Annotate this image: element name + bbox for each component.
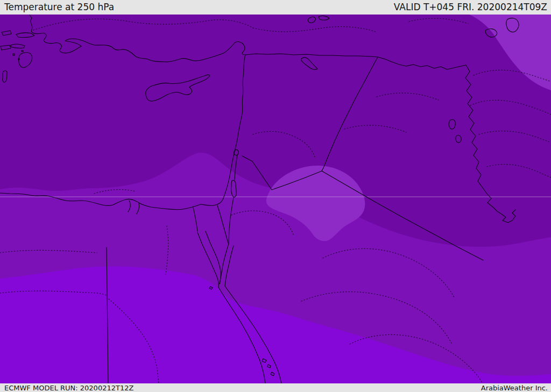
footer-bar: ECMWF MODEL RUN: 20200212T12Z ArabiaWeat… xyxy=(0,383,551,392)
map-container xyxy=(0,15,551,383)
header-bar: Temperature at 250 hPa VALID T+045 FRI. … xyxy=(0,0,551,15)
credit-label: ArabiaWeather Inc. xyxy=(481,384,548,391)
weather-map xyxy=(0,15,551,383)
valid-time-label: VALID T+045 FRI. 20200214T09Z xyxy=(394,3,547,12)
model-run-label: ECMWF MODEL RUN: 20200212T12Z xyxy=(4,384,133,391)
page-title: Temperature at 250 hPa xyxy=(4,3,114,12)
